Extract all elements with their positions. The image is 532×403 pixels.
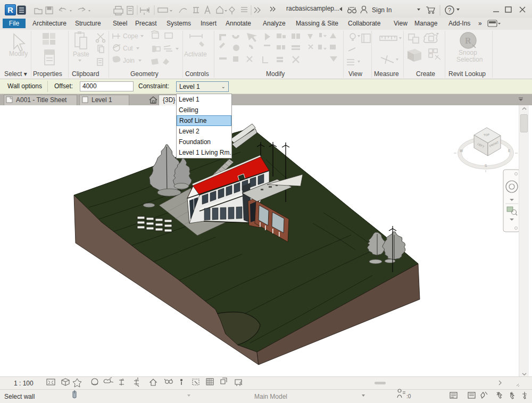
svg-text:W: W [460, 149, 463, 153]
svg-text:E: E [508, 149, 511, 153]
svg-text:TOP: TOP [484, 133, 490, 137]
svg-text:S: S [485, 164, 487, 167]
